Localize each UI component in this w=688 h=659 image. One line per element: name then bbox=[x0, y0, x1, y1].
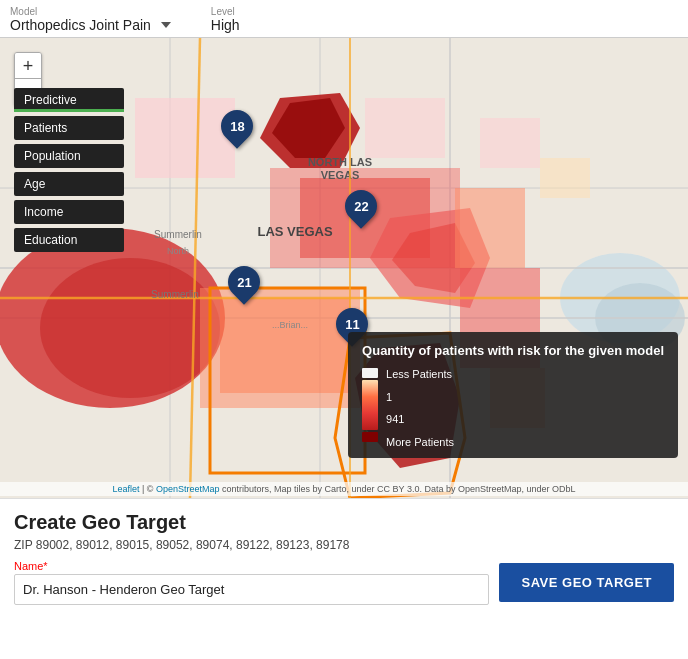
save-geo-target-button[interactable]: SAVE GEO TARGET bbox=[499, 563, 674, 602]
sidebar-item-education[interactable]: Education bbox=[14, 228, 124, 252]
pin-18[interactable]: 18 bbox=[221, 110, 253, 142]
svg-text:VEGAS: VEGAS bbox=[321, 169, 360, 181]
level-value: High bbox=[211, 17, 240, 33]
create-geo-target-title: Create Geo Target bbox=[14, 511, 674, 534]
sidebar-item-age[interactable]: Age bbox=[14, 172, 124, 196]
legend-swatch-less bbox=[362, 368, 378, 378]
header: Model Orthopedics Joint Pain Level High bbox=[0, 0, 688, 38]
pin-22[interactable]: 22 bbox=[345, 190, 377, 222]
level-group: Level High bbox=[211, 6, 240, 33]
legend-scale: Less Patients 1 941 More Patients bbox=[362, 368, 664, 448]
svg-text:Summerlin: Summerlin bbox=[154, 229, 202, 240]
bottom-row: Name* SAVE GEO TARGET bbox=[14, 560, 674, 605]
svg-rect-19 bbox=[220, 298, 350, 393]
legend-gradient bbox=[362, 380, 378, 430]
model-dropdown-arrow[interactable] bbox=[161, 22, 171, 28]
sidebar-item-predictive[interactable]: Predictive bbox=[14, 88, 124, 112]
map-attribution: Leaflet | © OpenStreetMap contributors, … bbox=[0, 482, 688, 496]
name-label: Name* bbox=[14, 560, 489, 572]
required-asterisk: * bbox=[43, 560, 47, 572]
sidebar: Predictive Patients Population Age Incom… bbox=[14, 88, 124, 252]
name-input[interactable] bbox=[14, 574, 489, 605]
legend: Quantity of patients with risk for the g… bbox=[348, 332, 678, 458]
svg-rect-22 bbox=[455, 188, 525, 268]
model-label: Model bbox=[10, 6, 171, 17]
svg-rect-30 bbox=[480, 118, 540, 168]
bottom-panel: Create Geo Target ZIP 89002, 89012, 8901… bbox=[0, 498, 688, 615]
pin-21[interactable]: 21 bbox=[228, 266, 260, 298]
model-group: Model Orthopedics Joint Pain bbox=[10, 6, 171, 33]
legend-swatch-more bbox=[362, 432, 378, 442]
legend-title: Quantity of patients with risk for the g… bbox=[362, 342, 664, 360]
svg-text:Summerlin: Summerlin bbox=[151, 289, 199, 300]
sidebar-item-patients[interactable]: Patients bbox=[14, 116, 124, 140]
openstreetmap-link[interactable]: OpenStreetMap bbox=[156, 484, 220, 494]
legend-labels: Less Patients 1 941 More Patients bbox=[386, 368, 454, 448]
svg-text:...Brian...: ...Brian... bbox=[272, 320, 308, 330]
svg-rect-31 bbox=[540, 158, 590, 198]
level-label: Level bbox=[211, 6, 240, 17]
model-value: Orthopedics Joint Pain bbox=[10, 17, 171, 33]
svg-rect-25 bbox=[135, 98, 235, 178]
map-container[interactable]: NORTH LAS VEGAS LAS VEGAS Summerlin Nort… bbox=[0, 38, 688, 498]
svg-text:North: North bbox=[167, 246, 189, 256]
svg-text:LAS VEGAS: LAS VEGAS bbox=[257, 224, 332, 239]
sidebar-item-income[interactable]: Income bbox=[14, 200, 124, 224]
svg-text:NORTH LAS: NORTH LAS bbox=[308, 156, 372, 168]
leaflet-link[interactable]: Leaflet bbox=[112, 484, 139, 494]
name-input-wrap: Name* bbox=[14, 560, 489, 605]
zip-codes: ZIP 89002, 89012, 89015, 89052, 89074, 8… bbox=[14, 538, 674, 552]
zoom-in-button[interactable]: + bbox=[15, 53, 41, 79]
svg-rect-26 bbox=[365, 98, 445, 158]
sidebar-item-population[interactable]: Population bbox=[14, 144, 124, 168]
